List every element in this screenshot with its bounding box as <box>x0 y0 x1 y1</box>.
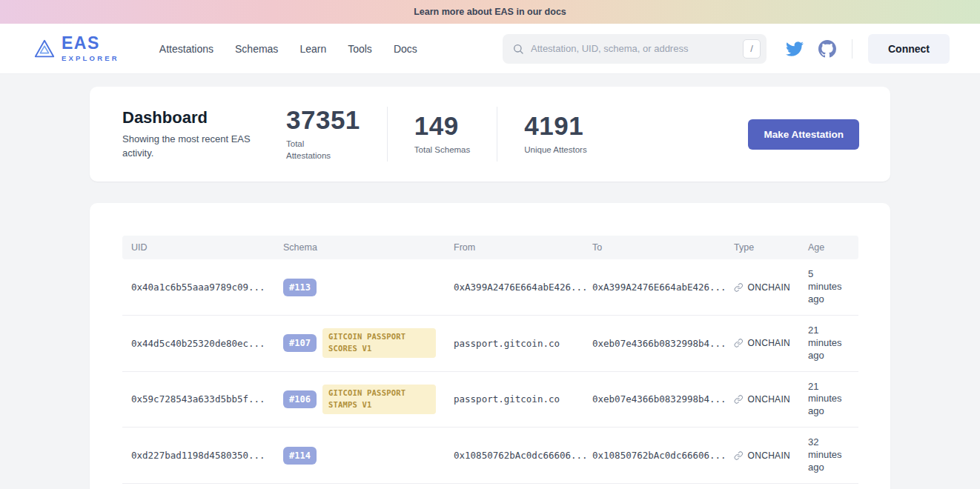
uid-link[interactable]: 0x59c728543a633d5bb5f... <box>122 371 274 428</box>
stat-divider <box>497 107 497 162</box>
github-link[interactable] <box>818 40 836 58</box>
to-address-link[interactable]: 0xeb07e4366b0832998b4... <box>583 371 725 428</box>
stat-label: Total Schemas <box>414 144 470 156</box>
twitter-link[interactable] <box>786 40 804 58</box>
col-age: Age <box>799 236 858 259</box>
search-icon <box>512 43 524 55</box>
from-address-link[interactable]: passport.gitcoin.co <box>445 315 583 371</box>
attestation-row[interactable]: 0xd227bad1198d4580350... #114 0x10850762… <box>122 428 858 484</box>
from-address-link[interactable]: 0x17b1C1c66fF96F1aC5a... <box>445 483 583 489</box>
stat-value: 4191 <box>524 113 586 139</box>
from-address-link[interactable]: passport.gitcoin.co <box>445 371 583 428</box>
stat-divider <box>387 107 388 162</box>
chain-link-icon <box>734 282 744 293</box>
uid-link[interactable]: 0x44d2d7643e7b3cde960... <box>122 483 274 489</box>
age-text: 33 minutes ago <box>799 483 858 489</box>
schema-id-badge[interactable]: #113 <box>283 279 317 296</box>
header: EAS EXPLORER Attestations Schemas Learn … <box>0 24 980 74</box>
type-label: ONCHAIN <box>748 450 790 461</box>
age-text: 21 minutes ago <box>799 371 858 428</box>
search-box[interactable]: / <box>503 34 767 64</box>
twitter-icon <box>786 40 804 58</box>
attestation-row[interactable]: 0x40a1c6b55aaa9789c09... #113 0xA399A247… <box>122 259 858 315</box>
nav-tools[interactable]: Tools <box>348 43 372 55</box>
schema-id-badge[interactable]: #106 <box>283 390 317 408</box>
age-text: 21 minutes ago <box>799 315 858 371</box>
logo-subtitle: EXPLORER <box>62 54 119 62</box>
eas-logo-text: EAS EXPLORER <box>62 35 119 62</box>
eas-logo-icon <box>33 38 56 60</box>
chain-link-icon <box>734 338 744 348</box>
type-cell: ONCHAIN <box>734 338 790 348</box>
nav-attestations[interactable]: Attestations <box>159 43 213 55</box>
type-cell: ONCHAIN <box>734 394 790 405</box>
schema-name-badge[interactable]: GITCOIN PASSPORT STAMPS V1 <box>322 385 436 414</box>
docs-banner-link[interactable]: Learn more about EAS in our docs <box>0 0 980 24</box>
schema-cell: #114 <box>283 447 436 465</box>
type-cell: ONCHAIN <box>734 282 790 293</box>
col-type: Type <box>725 236 799 259</box>
uid-link[interactable]: 0x40a1c6b55aaa9789c09... <box>122 259 274 315</box>
page-subtitle: Showing the most recent EAS activity. <box>122 133 265 161</box>
nav-schemas[interactable]: Schemas <box>235 43 278 55</box>
stat-unique-attestors: 4191 Unique Attestors <box>524 113 586 156</box>
nav-learn[interactable]: Learn <box>299 43 326 55</box>
main-nav: Attestations Schemas Learn Tools Docs <box>159 43 417 55</box>
col-from: From <box>445 236 583 259</box>
uid-link[interactable]: 0x44d5c40b25320de80ec... <box>122 315 274 371</box>
stats-row: 37351 Total Attestations 149 Total Schem… <box>286 107 614 162</box>
to-address-link[interactable]: 0x17b1C1c66fF96F1aC5a... <box>583 483 725 489</box>
stat-value: 149 <box>414 113 470 139</box>
search-input[interactable] <box>531 43 736 54</box>
age-text: 32 minutes ago <box>799 428 858 484</box>
uid-link[interactable]: 0xd227bad1198d4580350... <box>122 428 274 484</box>
page-title: Dashboard <box>122 108 265 127</box>
schema-id-badge[interactable]: #114 <box>283 447 317 465</box>
search-shortcut-key: / <box>743 39 761 59</box>
attestations-table-card: UID Schema From To Type Age 0x40a1c6b55a… <box>90 203 890 489</box>
docs-banner-text: Learn more about EAS in our docs <box>414 7 566 17</box>
type-label: ONCHAIN <box>748 338 790 348</box>
to-address-link[interactable]: 0xeb07e4366b0832998b4... <box>583 315 725 371</box>
connect-button[interactable]: Connect <box>868 34 950 64</box>
attestation-row[interactable]: 0x59c728543a633d5bb5f... #106 GITCOIN PA… <box>122 371 858 428</box>
schema-cell: #106 GITCOIN PASSPORT STAMPS V1 <box>283 385 436 414</box>
schema-cell: #113 <box>283 279 436 296</box>
from-address-link[interactable]: 0xA399A2476E664abE426... <box>445 259 583 315</box>
nav-docs[interactable]: Docs <box>394 43 417 55</box>
chain-link-icon <box>734 450 744 461</box>
main-content: Dashboard Showing the most recent EAS ac… <box>0 74 980 489</box>
chain-link-icon <box>734 394 744 405</box>
stat-value: 37351 <box>286 107 360 133</box>
github-icon <box>818 40 836 58</box>
age-text: 5 minutes ago <box>799 259 858 315</box>
header-divider <box>852 39 852 59</box>
schema-cell: #107 GITCOIN PASSPORT SCORES V1 <box>283 328 436 358</box>
stat-label: Unique Attestors <box>524 144 586 156</box>
stat-total-schemas: 149 Total Schemas <box>414 113 470 156</box>
dashboard-card: Dashboard Showing the most recent EAS ac… <box>90 87 890 182</box>
stat-total-attestations: 37351 Total Attestations <box>286 107 360 162</box>
col-uid: UID <box>122 236 274 259</box>
from-address-link[interactable]: 0x10850762bAc0dc66606... <box>445 428 583 484</box>
type-cell: ONCHAIN <box>734 450 790 461</box>
make-attestation-button[interactable]: Make Attestation <box>748 119 859 150</box>
logo-title: EAS <box>62 35 119 52</box>
type-label: ONCHAIN <box>748 282 790 293</box>
attestations-table: UID Schema From To Type Age 0x40a1c6b55a… <box>122 236 858 489</box>
stat-label: Total Attestations <box>286 138 348 162</box>
attestation-row[interactable]: 0x44d2d7643e7b3cde960... #113 0x17b1C1c6… <box>122 483 858 489</box>
attestation-row[interactable]: 0x44d5c40b25320de80ec... #107 GITCOIN PA… <box>122 315 858 371</box>
table-header: UID Schema From To Type Age <box>122 236 858 259</box>
dashboard-intro: Dashboard Showing the most recent EAS ac… <box>122 108 265 161</box>
type-label: ONCHAIN <box>748 394 790 405</box>
schema-name-badge[interactable]: GITCOIN PASSPORT SCORES V1 <box>322 328 436 358</box>
to-address-link[interactable]: 0xA399A2476E664abE426... <box>583 259 725 315</box>
col-schema: Schema <box>274 236 445 259</box>
to-address-link[interactable]: 0x10850762bAc0dc66606... <box>583 428 725 484</box>
eas-logo[interactable]: EAS EXPLORER <box>33 35 119 62</box>
col-to: To <box>583 236 725 259</box>
schema-id-badge[interactable]: #107 <box>283 334 317 352</box>
